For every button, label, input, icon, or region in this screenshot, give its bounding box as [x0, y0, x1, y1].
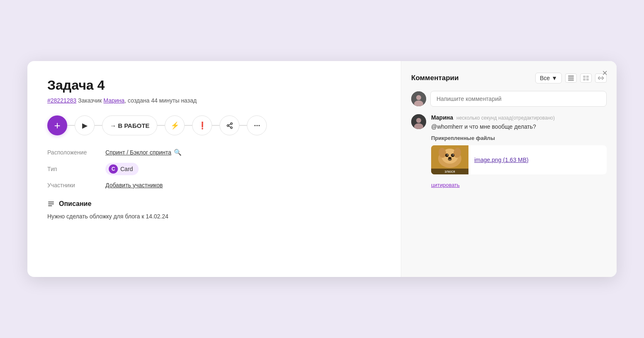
client-link[interactable]: Марина: [103, 97, 124, 104]
task-modal: × Задача 4 #28221283 Заказчик Марина, со…: [27, 61, 617, 277]
filter-label: Все: [540, 75, 550, 81]
workflow-line-5: [212, 125, 220, 126]
participants-value: Добавить участников: [105, 182, 163, 189]
alert-button[interactable]: ❗: [192, 115, 212, 135]
svg-point-7: [259, 125, 260, 126]
svg-point-33: [447, 154, 448, 156]
description-text: Нужно сделать обложку для блога к 14.02.…: [47, 212, 381, 221]
comment-time: несколько секунд назад(отредактировано): [456, 115, 555, 121]
comments-controls: Все ▼: [535, 73, 607, 83]
task-id-link[interactable]: #28221283: [47, 97, 76, 104]
svg-point-34: [453, 154, 454, 156]
svg-line-3: [229, 126, 231, 127]
view-card-button[interactable]: [580, 73, 592, 83]
task-meta: #28221283 Заказчик Марина, создана 44 ми…: [47, 97, 381, 104]
description-label: Описание: [59, 200, 91, 208]
description-header: Описание: [47, 200, 381, 208]
comment-input[interactable]: [430, 91, 607, 107]
svg-point-23: [416, 118, 421, 123]
add-participants-link[interactable]: Добавить участников: [105, 182, 163, 189]
type-badge-text: Card: [120, 166, 133, 172]
workflow-line-3: [157, 125, 165, 126]
svg-rect-15: [586, 76, 589, 78]
type-label: Тип: [47, 166, 105, 172]
location-value: Спринт / Бэклог спринта 🔍: [105, 149, 182, 156]
svg-rect-17: [586, 78, 589, 81]
comment-item: Марина несколько секунд назад(отредактир…: [411, 114, 607, 189]
type-badge-icon: C: [109, 164, 118, 174]
workflow-line-6: [239, 125, 247, 126]
left-panel: Задача 4 #28221283 Заказчик Марина, созд…: [27, 61, 401, 277]
type-badge[interactable]: C Card: [105, 163, 139, 175]
attachment-item: злюся image.png (1.63 MB): [431, 145, 607, 174]
svg-point-20: [416, 95, 421, 100]
svg-point-6: [256, 125, 258, 126]
participants-label: Участники: [47, 182, 105, 189]
attachment-thumbnail: злюся: [431, 145, 468, 174]
search-icon[interactable]: 🔍: [174, 149, 182, 156]
svg-text:злюся: злюся: [444, 169, 455, 174]
cite-link[interactable]: цитировать: [431, 182, 460, 188]
svg-rect-13: [568, 79, 574, 81]
comment-input-row: [411, 91, 607, 107]
comment-body: Марина несколько секунд назад(отредактир…: [431, 114, 607, 189]
comment-author: Марина: [431, 114, 453, 121]
svg-rect-11: [568, 76, 574, 77]
workflow-line-4: [185, 125, 192, 126]
view-list-button[interactable]: [565, 73, 577, 83]
share-button[interactable]: [220, 115, 239, 135]
location-field: Расположение Спринт / Бэклог спринта 🔍: [47, 149, 381, 156]
participants-field: Участники Добавить участников: [47, 182, 381, 189]
description-section: Описание Нужно сделать обложку для блога…: [47, 200, 381, 221]
svg-point-35: [448, 157, 451, 159]
right-panel: Комментарии Все ▼: [401, 61, 617, 277]
more-button[interactable]: [247, 115, 267, 135]
fields-section: Расположение Спринт / Бэклог спринта 🔍 Т…: [47, 149, 381, 189]
workflow-line-2: [95, 125, 102, 126]
description-icon: [47, 200, 55, 208]
svg-rect-12: [568, 78, 574, 79]
location-label: Расположение: [47, 149, 105, 156]
close-button[interactable]: ×: [602, 69, 607, 78]
lightning-button[interactable]: ⚡: [165, 115, 185, 135]
status-button[interactable]: → В РАБОТЕ: [102, 115, 157, 135]
chevron-down-icon: ▼: [551, 75, 557, 81]
comment-author-row: Марина несколько секунд назад(отредактир…: [431, 114, 607, 121]
current-user-avatar: [411, 91, 426, 106]
svg-point-5: [254, 125, 256, 126]
attachment-link[interactable]: image.png (1.63 MB): [474, 157, 529, 163]
attachments-label: Прикрепленные файлы: [431, 135, 607, 141]
task-title: Задача 4: [47, 78, 381, 93]
svg-rect-16: [583, 78, 585, 81]
comments-title: Комментарии: [411, 74, 459, 82]
play-button[interactable]: ▶: [75, 115, 95, 135]
filter-dropdown[interactable]: Все ▼: [535, 73, 562, 83]
add-step-button[interactable]: +: [47, 115, 67, 135]
svg-line-4: [229, 124, 231, 125]
svg-rect-14: [583, 76, 585, 78]
commenter-avatar: [411, 114, 426, 129]
location-link[interactable]: Спринт / Бэклог спринта: [105, 149, 171, 156]
workflow-line: [67, 125, 75, 126]
comment-text: @whomherr и что мне вообще делать?: [431, 123, 607, 130]
workflow-row: + ▶ → В РАБОТЕ ⚡ ❗: [47, 115, 381, 135]
type-value: C Card: [105, 163, 139, 175]
type-field: Тип C Card: [47, 163, 381, 175]
comments-header: Комментарии Все ▼: [411, 73, 607, 83]
